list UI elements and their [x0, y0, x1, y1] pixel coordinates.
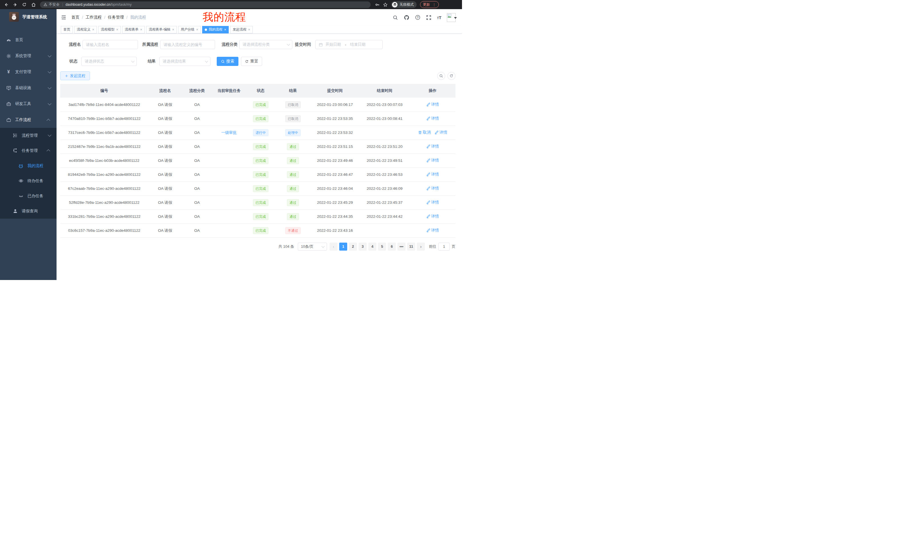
robot-icon [18, 163, 23, 168]
detail-action-link[interactable]: 详情 [426, 158, 439, 163]
page-button-2[interactable]: 2 [349, 243, 357, 251]
tab-close-icon[interactable]: × [196, 28, 198, 32]
reset-button[interactable]: 重置 [241, 57, 262, 66]
back-icon[interactable] [3, 2, 9, 7]
key-icon[interactable] [375, 2, 380, 7]
more-pages-button[interactable]: ••• [398, 243, 405, 251]
tab-close-icon[interactable]: × [224, 28, 226, 32]
tab-close-icon[interactable]: × [248, 28, 250, 32]
result-badge: 不通过 [285, 227, 301, 234]
detail-action-link[interactable]: 详情 [426, 186, 439, 191]
search-button[interactable]: 搜索 [217, 57, 238, 66]
status-select[interactable]: 请选择状态 [81, 57, 137, 66]
tab-6[interactable]: 我的流程× [202, 26, 229, 33]
status-badge: 已完成 [253, 115, 268, 122]
result-select[interactable]: 请选择流结果 [159, 57, 210, 66]
result-badge: 通过 [287, 171, 299, 178]
detail-action-link[interactable]: 详情 [426, 200, 439, 205]
breadcrumb-item-2[interactable]: 任务管理 [108, 15, 124, 20]
page-button-1[interactable]: 1 [339, 243, 347, 251]
page-button-4[interactable]: 4 [368, 243, 376, 251]
detail-action-link[interactable]: 详情 [426, 228, 439, 233]
page-button-6[interactable]: 6 [388, 243, 396, 251]
result-badge: 通过 [287, 213, 299, 220]
task-link[interactable]: 一级审批 [221, 130, 237, 135]
process-name-input[interactable] [82, 40, 138, 49]
tab-7[interactable]: 发起流程× [230, 26, 253, 33]
tab-1[interactable]: 流程定义× [74, 26, 97, 33]
create-process-button[interactable]: 发起流程 [60, 71, 90, 80]
prev-page-button[interactable]: ‹ [330, 243, 338, 251]
tab-5[interactable]: 用户分组× [178, 26, 201, 33]
table-refresh-icon[interactable] [447, 72, 455, 80]
sidebar-item-1[interactable]: 系统管理 [0, 48, 57, 64]
tab-label: 流程表单-编辑 [149, 27, 171, 32]
sidebar-item-5[interactable]: 工作流程 [0, 112, 57, 128]
tab-close-icon[interactable]: × [140, 28, 142, 32]
incognito-chip[interactable]: 无痕模式 [391, 1, 417, 8]
sidebar-item-11[interactable]: 请假查询 [0, 204, 57, 219]
reload-icon[interactable] [22, 2, 27, 7]
cell-task [212, 139, 246, 154]
sidebar-item-9[interactable]: 待办任务 [0, 173, 57, 189]
sidebar-item-8[interactable]: 我的流程 [0, 158, 57, 173]
breadcrumb-item-1[interactable]: 工作流程 [86, 15, 102, 20]
table-search-toggle-icon[interactable] [437, 72, 445, 80]
cancel-action-link[interactable]: 取消 [418, 130, 430, 135]
search-icon[interactable] [393, 15, 398, 20]
detail-action-link[interactable]: 详情 [426, 116, 439, 121]
sidebar-item-2[interactable]: ¥支付管理 [0, 64, 57, 80]
sidebar-logo[interactable]: 芋道管理系统 [0, 9, 57, 24]
bookmark-star-icon[interactable] [382, 2, 388, 7]
cell-id: 3ad174fb-7b9d-11ec-8404-acde48001122 [60, 97, 148, 112]
forward-icon[interactable] [13, 2, 18, 7]
url-bar[interactable]: 不安全 dashboard.yudao.iocoder.cn/bpm/task/… [40, 1, 370, 8]
help-icon[interactable]: ? [415, 15, 421, 20]
category-select[interactable]: 请选择流程分类 [239, 40, 292, 49]
column-header-7: 结束时间 [360, 84, 410, 97]
detail-action-link[interactable]: 详情 [426, 102, 439, 107]
detail-action-link[interactable]: 详情 [426, 144, 439, 149]
page-button-3[interactable]: 3 [358, 243, 367, 251]
sidebar-item-3[interactable]: 基础设施 [0, 80, 57, 96]
cell-result: 通过 [276, 154, 310, 168]
breadcrumb-item-0[interactable]: 首页 [71, 15, 80, 20]
cell-result: 通过 [276, 196, 310, 210]
sidebar-item-label: 首页 [15, 37, 23, 42]
update-button[interactable]: 更新 ⋮ [420, 1, 439, 8]
tab-close-icon[interactable]: × [116, 28, 118, 32]
page-button-11[interactable]: 11 [407, 243, 415, 251]
fullscreen-icon[interactable] [426, 15, 432, 20]
sidebar-item-0[interactable]: 首页 [0, 32, 57, 48]
hamburger-icon[interactable] [61, 15, 66, 20]
process-def-input[interactable] [160, 40, 215, 49]
next-page-button[interactable]: › [417, 243, 425, 251]
cell-status: 已完成 [246, 154, 276, 168]
security-indicator[interactable]: 不安全 [44, 2, 60, 7]
sidebar-item-label: 任务管理 [22, 148, 38, 153]
sidebar-item-6[interactable]: 流程管理 [0, 128, 57, 143]
sidebar-item-10[interactable]: 已办任务 [0, 189, 57, 204]
font-size-icon[interactable]: TT [437, 15, 441, 20]
sidebar-item-7[interactable]: 任务管理 [0, 143, 57, 158]
tab-4[interactable]: 流程表单-编辑× [146, 26, 177, 33]
tab-close-icon[interactable]: × [172, 28, 174, 32]
github-icon[interactable] [404, 15, 410, 20]
page-size-select[interactable]: 10条/页 [298, 243, 327, 251]
home-icon[interactable] [31, 2, 36, 7]
date-range-picker[interactable]: 开始日期 - 结束日期 [315, 40, 382, 49]
detail-action-link[interactable]: 详情 [426, 214, 439, 219]
detail-action-link[interactable]: 详情 [426, 172, 439, 177]
tab-close-icon[interactable]: × [92, 28, 94, 32]
goto-page-input[interactable] [438, 243, 450, 251]
tab-3[interactable]: 流程表单× [122, 26, 145, 33]
detail-action-link[interactable]: 详情 [435, 130, 447, 135]
process-table: 编号流程名流程分类当前审批任务状态结果提交时间结束时间操作 3ad174fb-7… [60, 84, 455, 238]
browser-menu-icon[interactable]: ⋮ [432, 3, 436, 7]
tab-2[interactable]: 流程模型× [98, 26, 121, 33]
page-button-5[interactable]: 5 [378, 243, 386, 251]
sidebar-item-4[interactable]: 研发工具 [0, 96, 57, 112]
cell-task: 一级审批 [212, 126, 246, 139]
avatar-caret-icon[interactable] [454, 17, 457, 19]
tab-0[interactable]: 首页 [61, 26, 73, 33]
